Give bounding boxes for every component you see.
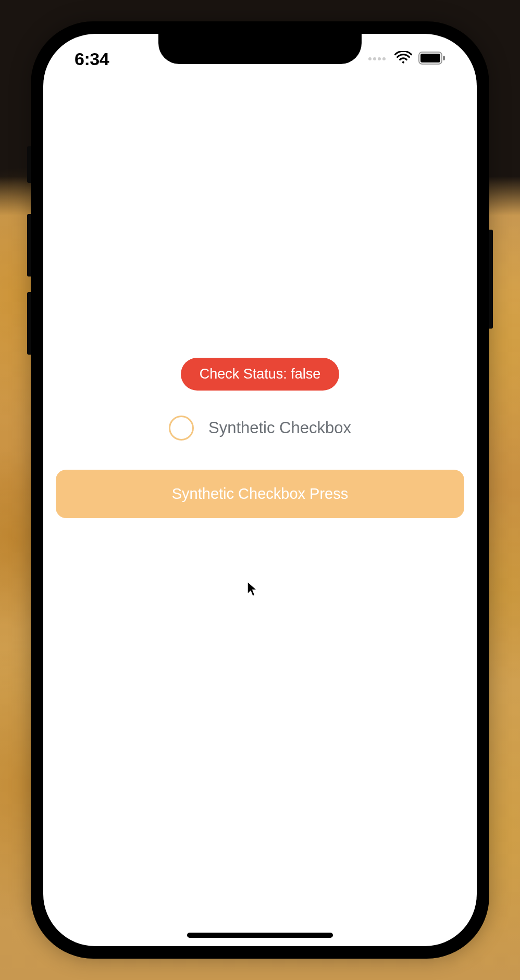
status-bar-right — [368, 51, 445, 67]
status-time: 6:34 — [75, 49, 109, 69]
phone-device-frame: 6:34 — [31, 21, 489, 959]
checkbox-label: Synthetic Checkbox — [208, 419, 351, 437]
app-content-area: Check Status: false Synthetic Checkbox S… — [43, 34, 477, 946]
phone-silence-switch — [27, 146, 31, 183]
synthetic-checkbox-press-button[interactable]: Synthetic Checkbox Press — [56, 470, 464, 518]
check-status-badge[interactable]: Check Status: false — [181, 358, 340, 391]
phone-volume-up-button — [27, 214, 31, 277]
phone-screen: 6:34 — [43, 34, 477, 946]
content-group: Check Status: false Synthetic Checkbox S… — [56, 358, 464, 518]
cursor-arrow-icon — [246, 581, 259, 599]
synthetic-checkbox[interactable] — [169, 416, 194, 441]
checkbox-row: Synthetic Checkbox — [169, 416, 351, 441]
phone-notch — [158, 34, 362, 64]
svg-rect-2 — [443, 56, 445, 60]
wifi-icon — [394, 51, 412, 67]
home-indicator[interactable] — [187, 933, 333, 938]
recording-indicator-dots — [368, 57, 386, 60]
svg-rect-1 — [420, 54, 440, 62]
phone-power-button — [489, 230, 493, 329]
phone-volume-down-button — [27, 292, 31, 355]
battery-icon — [418, 52, 445, 67]
